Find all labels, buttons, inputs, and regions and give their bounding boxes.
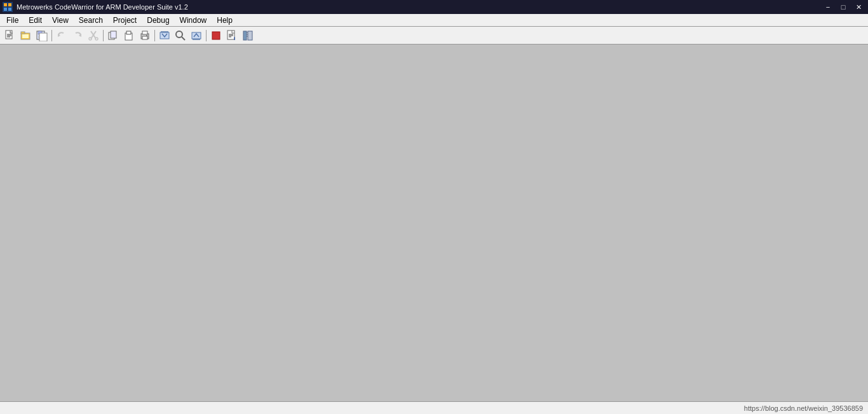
svg-rect-10 (21, 32, 25, 34)
new-file-button[interactable] (3, 29, 18, 43)
toolbar: i (0, 27, 868, 45)
paste-button[interactable] (121, 29, 137, 43)
app-title: Metrowerks CodeWarrior for ARM Developer… (17, 3, 188, 11)
close-button[interactable]: ✕ (851, 2, 865, 12)
next-message-icon (191, 30, 202, 41)
svg-rect-15 (39, 33, 47, 41)
maximize-button[interactable]: □ (836, 2, 850, 12)
target-settings-button[interactable] (240, 29, 255, 43)
svg-text:i: i (234, 36, 235, 41)
menu-file[interactable]: File (1, 14, 24, 26)
svg-rect-23 (111, 31, 116, 38)
svg-rect-37 (212, 32, 220, 39)
toolbar-separator-3 (154, 30, 155, 41)
svg-rect-44 (248, 31, 252, 40)
cut-icon (88, 30, 99, 41)
menu-project[interactable]: Project (108, 14, 142, 26)
stop-icon (210, 30, 222, 41)
menu-bar: File Edit View Search Project Debug Wind… (0, 14, 868, 27)
svg-rect-4 (8, 8, 11, 11)
svg-point-30 (146, 35, 147, 36)
prev-message-icon (159, 30, 170, 41)
app-icon (3, 2, 13, 12)
svg-rect-31 (160, 32, 169, 39)
paste-icon (123, 30, 135, 41)
target-settings-icon (242, 30, 254, 41)
svg-point-20 (89, 38, 92, 40)
svg-line-34 (182, 37, 185, 40)
menu-view[interactable]: View (47, 14, 74, 26)
next-message-button[interactable] (189, 29, 204, 43)
svg-point-33 (176, 31, 182, 38)
open-file-icon (20, 30, 32, 41)
undo-button[interactable] (54, 29, 69, 43)
save-all-button[interactable] (34, 29, 50, 43)
toolbar-separator-1 (51, 30, 52, 41)
file-info-button[interactable]: i (224, 29, 240, 43)
status-bar: https://blog.csdn.net/weixin_39536859 (0, 401, 868, 414)
svg-rect-3 (4, 8, 7, 11)
svg-rect-29 (142, 36, 147, 39)
toolbar-separator-4 (206, 30, 207, 41)
new-file-icon (4, 30, 16, 41)
print-icon (139, 30, 151, 41)
status-url: https://blog.csdn.net/weixin_39536859 (744, 404, 863, 412)
title-bar: Metrowerks CodeWarrior for ARM Developer… (0, 0, 868, 14)
prev-message-button[interactable] (157, 29, 172, 43)
undo-icon (56, 30, 67, 41)
svg-point-21 (95, 38, 98, 40)
svg-rect-2 (8, 3, 11, 6)
window-controls: − □ ✕ (821, 2, 865, 12)
toolbar-separator-2 (103, 30, 104, 41)
search-button[interactable] (173, 29, 188, 43)
minimize-button[interactable]: − (821, 2, 835, 12)
redo-button[interactable] (70, 29, 85, 43)
menu-edit[interactable]: Edit (24, 14, 47, 26)
stop-button[interactable] (208, 29, 224, 43)
copy-icon (107, 30, 119, 41)
svg-rect-26 (127, 32, 130, 34)
search-icon (175, 30, 186, 41)
main-content-area (0, 45, 868, 401)
open-file-button[interactable] (18, 29, 34, 43)
copy-button[interactable] (105, 29, 121, 43)
menu-window[interactable]: Window (175, 14, 212, 26)
svg-rect-43 (243, 31, 247, 40)
print-button[interactable] (137, 29, 153, 43)
title-left: Metrowerks CodeWarrior for ARM Developer… (3, 2, 188, 12)
save-all-icon (36, 30, 48, 41)
menu-help[interactable]: Help (212, 14, 238, 26)
redo-icon (72, 30, 83, 41)
svg-rect-28 (142, 31, 147, 34)
file-info-icon: i (226, 30, 238, 41)
svg-rect-1 (4, 3, 7, 6)
menu-debug[interactable]: Debug (142, 14, 174, 26)
svg-rect-11 (22, 34, 29, 38)
cut-button[interactable] (86, 29, 101, 43)
menu-search[interactable]: Search (74, 14, 108, 26)
